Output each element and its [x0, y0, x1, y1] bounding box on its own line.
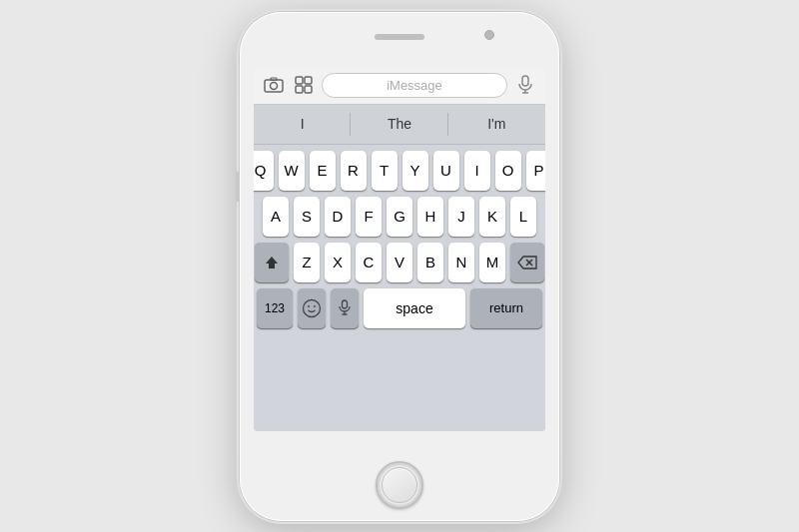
svg-rect-3 [296, 77, 303, 84]
camera-icon[interactable] [262, 73, 286, 97]
predictive-item-im[interactable]: I'm [448, 105, 545, 144]
svg-point-13 [304, 299, 321, 316]
camera [484, 30, 494, 40]
key-l[interactable]: L [510, 197, 536, 237]
key-c[interactable]: C [356, 243, 382, 282]
key-p[interactable]: P [526, 151, 546, 191]
key-t[interactable]: T [372, 151, 398, 191]
keyboard-mic-key[interactable] [331, 288, 359, 328]
predictive-item-i[interactable]: I [254, 105, 351, 144]
key-o[interactable]: O [495, 151, 521, 191]
key-k[interactable]: K [479, 197, 505, 237]
key-r[interactable]: R [341, 151, 367, 191]
svg-rect-16 [343, 300, 348, 308]
key-s[interactable]: S [294, 197, 320, 237]
key-row-2: A S D F G H J K L [257, 197, 542, 237]
svg-rect-5 [296, 86, 303, 93]
key-m[interactable]: M [479, 243, 505, 282]
phone-device: iMessage I The I'm ‹ [240, 12, 559, 521]
keyboard: Q W E R T Y U I O P A S D F G [254, 145, 545, 431]
key-y[interactable]: Y [402, 151, 428, 191]
key-e[interactable]: E [310, 151, 336, 191]
key-z[interactable]: Z [294, 243, 320, 282]
key-i[interactable]: I [464, 151, 490, 191]
phone-body: iMessage I The I'm ‹ [240, 12, 559, 521]
svg-marker-10 [266, 257, 278, 268]
key-q[interactable]: Q [254, 151, 274, 191]
key-n[interactable]: N [448, 243, 474, 282]
message-input[interactable]: iMessage [322, 73, 507, 98]
svg-rect-6 [305, 86, 312, 93]
svg-rect-7 [522, 76, 528, 86]
apps-icon[interactable] [292, 73, 316, 97]
home-button-inner [382, 467, 417, 503]
key-b[interactable]: B [417, 243, 443, 282]
shift-key[interactable] [255, 243, 289, 282]
key-x[interactable]: X [325, 243, 351, 282]
key-w[interactable]: W [279, 151, 305, 191]
svg-rect-4 [305, 77, 312, 84]
predictive-item-the[interactable]: The [351, 105, 447, 144]
side-button [236, 172, 240, 202]
emoji-key[interactable] [298, 288, 326, 328]
key-row-3: Z X C V B N M [257, 243, 542, 282]
microphone-icon[interactable] [513, 73, 537, 97]
key-f[interactable]: F [356, 197, 382, 237]
num-key[interactable]: 123 [257, 288, 293, 328]
speaker [375, 34, 424, 40]
key-g[interactable]: G [387, 197, 412, 237]
delete-key[interactable] [510, 243, 544, 282]
return-key[interactable]: return [470, 288, 542, 328]
key-a[interactable]: A [263, 197, 289, 237]
key-row-1: Q W E R T Y U I O P [257, 151, 542, 191]
key-d[interactable]: D [325, 197, 351, 237]
key-u[interactable]: U [433, 151, 459, 191]
message-toolbar: iMessage [254, 67, 545, 105]
key-h[interactable]: H [417, 197, 443, 237]
space-key[interactable]: space [364, 288, 465, 328]
svg-point-1 [271, 83, 278, 90]
key-v[interactable]: V [387, 243, 412, 282]
home-button[interactable] [376, 461, 423, 509]
phone-screen: iMessage I The I'm ‹ [254, 67, 545, 431]
svg-point-14 [308, 305, 310, 307]
key-row-bottom: 123 [257, 288, 542, 328]
predictive-bar: I The I'm [254, 105, 545, 145]
key-j[interactable]: J [448, 197, 474, 237]
svg-point-15 [314, 305, 316, 307]
